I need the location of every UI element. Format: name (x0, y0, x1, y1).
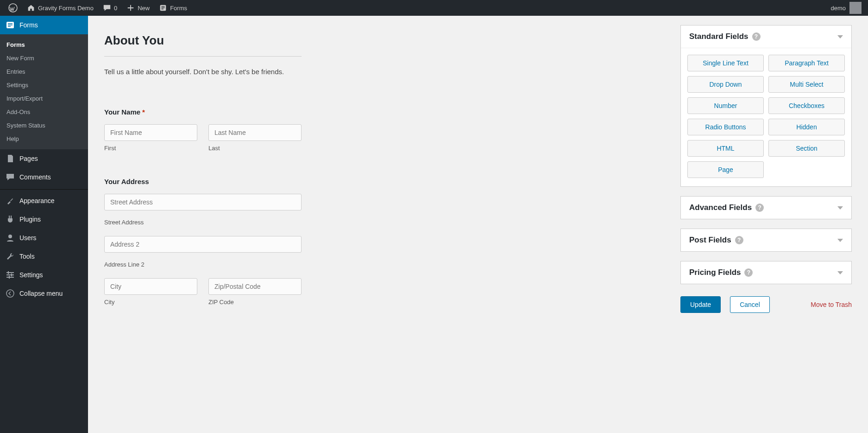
standard-fields-panel: Standard Fields? Single Line Text Paragr… (680, 25, 852, 187)
forms-submenu: Forms New Form Entries Settings Import/E… (0, 34, 88, 149)
svg-rect-7 (8, 25, 13, 25)
pricing-fields-title: Pricing Fields (689, 268, 741, 277)
submenu-new-form[interactable]: New Form (0, 51, 88, 65)
svg-rect-6 (8, 23, 13, 24)
field-number[interactable]: Number (687, 97, 764, 114)
svg-rect-13 (8, 271, 9, 274)
collapse-icon (6, 289, 15, 298)
sidebar-item-label: Collapse menu (19, 290, 63, 297)
first-name-input[interactable] (104, 124, 197, 141)
help-icon[interactable]: ? (752, 32, 761, 41)
comments-count: 0 (114, 5, 117, 12)
cancel-button[interactable]: Cancel (730, 296, 770, 313)
advanced-fields-panel: Advanced Fields? (680, 196, 852, 219)
sidebar-item-forms[interactable]: Forms (0, 16, 88, 34)
submenu-settings[interactable]: Settings (0, 78, 88, 92)
name-label: Your Name* (104, 108, 302, 116)
address-label: Your Address (104, 178, 302, 185)
submenu-help[interactable]: Help (0, 132, 88, 146)
field-page[interactable]: Page (687, 161, 764, 178)
move-to-trash-link[interactable]: Move to Trash (811, 301, 852, 308)
sidebar-item-plugins[interactable]: Plugins (0, 210, 88, 229)
submenu-forms[interactable]: Forms (0, 38, 88, 51)
sidebar-item-label: Forms (19, 21, 38, 29)
field-hidden[interactable]: Hidden (768, 119, 845, 135)
address-field[interactable]: Your Address Street Address Address Line… (104, 178, 302, 306)
svg-rect-15 (9, 276, 10, 279)
site-name-item[interactable]: Gravity Forms Demo (22, 0, 98, 16)
standard-fields-header[interactable]: Standard Fields? (681, 25, 851, 48)
submenu-system-status[interactable]: System Status (0, 119, 88, 132)
sidebar-item-settings[interactable]: Settings (0, 266, 88, 284)
address2-input[interactable] (104, 236, 302, 253)
field-section[interactable]: Section (768, 140, 845, 157)
form-editor: About You Tell us a little about yoursel… (104, 25, 302, 331)
sidebar-item-label: Tools (19, 253, 35, 260)
help-icon[interactable]: ? (744, 268, 753, 277)
site-name: Gravity Forms Demo (38, 5, 94, 12)
main-content: About You Tell us a little about yoursel… (88, 16, 868, 433)
city-sublabel: City (104, 299, 197, 306)
last-name-input[interactable] (208, 124, 302, 141)
update-button[interactable]: Update (680, 296, 721, 313)
admin-sidebar: Forms Forms New Form Entries Settings Im… (0, 16, 88, 433)
field-single-line-text[interactable]: Single Line Text (687, 55, 764, 71)
new-item[interactable]: New (122, 0, 154, 16)
field-checkboxes[interactable]: Checkboxes (768, 97, 845, 114)
submenu-entries[interactable]: Entries (0, 65, 88, 78)
sidebar-item-pages[interactable]: Pages (0, 149, 88, 168)
comments-item[interactable]: 0 (98, 0, 122, 16)
advanced-fields-header[interactable]: Advanced Fields? (681, 197, 851, 219)
address2-sublabel: Address Line 2 (104, 261, 302, 268)
field-drop-down[interactable]: Drop Down (687, 76, 764, 93)
help-icon[interactable]: ? (755, 204, 764, 212)
field-paragraph-text[interactable]: Paragraph Text (768, 55, 845, 71)
svg-rect-14 (11, 274, 12, 276)
zip-sublabel: ZIP Code (208, 299, 302, 306)
forms-icon (159, 4, 167, 12)
forms-menu-icon (6, 20, 15, 30)
standard-fields-title: Standard Fields (689, 32, 748, 41)
street-input[interactable] (104, 194, 302, 210)
field-radio-buttons[interactable]: Radio Buttons (687, 119, 764, 135)
sidebar-item-tools[interactable]: Tools (0, 247, 88, 266)
submenu-import-export[interactable]: Import/Export (0, 92, 88, 105)
sidebar-item-label: Appearance (19, 197, 55, 204)
sidebar-item-appearance[interactable]: Appearance (0, 191, 88, 210)
field-html[interactable]: HTML (687, 140, 764, 157)
sidebar-item-label: Pages (19, 155, 38, 162)
city-input[interactable] (104, 278, 197, 295)
first-sublabel: First (104, 145, 197, 152)
zip-input[interactable] (208, 278, 302, 295)
user-name[interactable]: demo (830, 5, 846, 12)
svg-rect-8 (8, 26, 11, 27)
svg-rect-10 (6, 272, 14, 273)
pricing-fields-panel: Pricing Fields? (680, 261, 852, 284)
svg-point-16 (6, 290, 14, 297)
form-title: About You (104, 33, 302, 48)
title-rule (104, 56, 302, 57)
sidebar-item-collapse[interactable]: Collapse menu (0, 284, 88, 303)
submenu-addons[interactable]: Add-Ons (0, 105, 88, 119)
tools-icon (6, 252, 15, 261)
wp-logo[interactable] (4, 0, 22, 16)
name-field[interactable]: Your Name* First Last (104, 108, 302, 152)
sidebar-item-label: Users (19, 234, 37, 242)
action-row: Update Cancel Move to Trash (680, 296, 852, 313)
help-icon[interactable]: ? (735, 236, 743, 244)
form-description: Tell us a little about yourself. Don't b… (104, 68, 302, 76)
caret-icon (837, 35, 843, 38)
svg-point-9 (8, 235, 12, 238)
street-sublabel: Street Address (104, 219, 302, 226)
sidebar-item-comments[interactable]: Comments (0, 168, 88, 186)
sidebar-item-users[interactable]: Users (0, 229, 88, 247)
forms-item[interactable]: Forms (154, 0, 192, 16)
svg-rect-2 (162, 6, 165, 6)
avatar[interactable] (849, 2, 862, 14)
post-fields-header[interactable]: Post Fields? (681, 229, 851, 251)
pricing-fields-header[interactable]: Pricing Fields? (681, 261, 851, 284)
field-multi-select[interactable]: Multi Select (768, 76, 845, 93)
post-fields-title: Post Fields (689, 236, 731, 245)
svg-rect-12 (6, 277, 14, 278)
post-fields-panel: Post Fields? (680, 229, 852, 252)
